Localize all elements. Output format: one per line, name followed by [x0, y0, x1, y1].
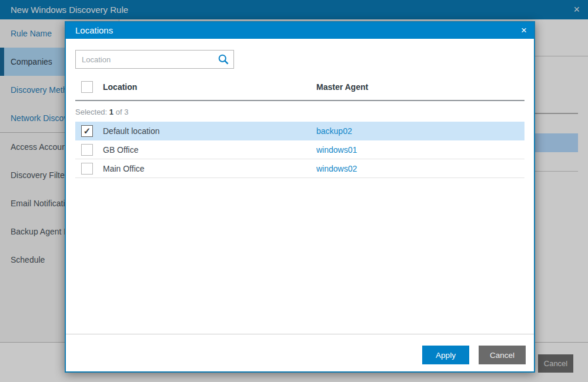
- select-all-checkbox[interactable]: [81, 81, 93, 93]
- location-cell: Default location: [103, 122, 160, 140]
- search-box: [75, 50, 234, 69]
- search-icon[interactable]: [218, 53, 229, 65]
- column-header-master-agent[interactable]: Master Agent: [316, 81, 368, 93]
- checkmark-icon: ✓: [82, 126, 92, 136]
- screen: New Windows Discovery Rule × Rule Name C…: [0, 0, 588, 382]
- column-header-location[interactable]: Location: [103, 81, 137, 93]
- row-checkbox[interactable]: [81, 144, 93, 156]
- modal-title: Locations: [75, 22, 113, 39]
- modal-close-icon[interactable]: ×: [521, 22, 527, 39]
- cancel-button[interactable]: Cancel: [479, 346, 526, 364]
- row-checkbox[interactable]: ✓: [81, 125, 93, 137]
- table-row-main-office[interactable]: Main Office windows02: [75, 159, 524, 178]
- table-row-default-location[interactable]: ✓ Default location backup02: [75, 122, 524, 140]
- table-header-divider: [75, 100, 524, 101]
- locations-modal: Locations × Location Master Agent Select…: [65, 21, 535, 373]
- locations-table: ✓ Default location backup02 GB Office wi…: [75, 122, 524, 178]
- selected-count: 1: [109, 108, 113, 116]
- location-cell: Main Office: [103, 159, 145, 178]
- master-agent-link[interactable]: windows01: [316, 140, 357, 159]
- modal-footer-divider: [66, 334, 534, 334]
- master-agent-link[interactable]: backup02: [316, 122, 352, 140]
- apply-button[interactable]: Apply: [422, 346, 469, 364]
- selected-summary-prefix: Selected:: [75, 108, 107, 116]
- selected-summary-suffix: of 3: [116, 108, 129, 116]
- master-agent-link[interactable]: windows02: [316, 159, 357, 178]
- table-header-row: Location Master Agent: [75, 81, 524, 93]
- selected-summary: Selected: 1 of 3: [75, 108, 128, 116]
- location-cell: GB Office: [103, 140, 138, 159]
- table-row-gb-office[interactable]: GB Office windows01: [75, 140, 524, 159]
- row-checkbox[interactable]: [81, 163, 93, 175]
- search-input[interactable]: [76, 51, 233, 68]
- modal-header: Locations ×: [66, 22, 534, 39]
